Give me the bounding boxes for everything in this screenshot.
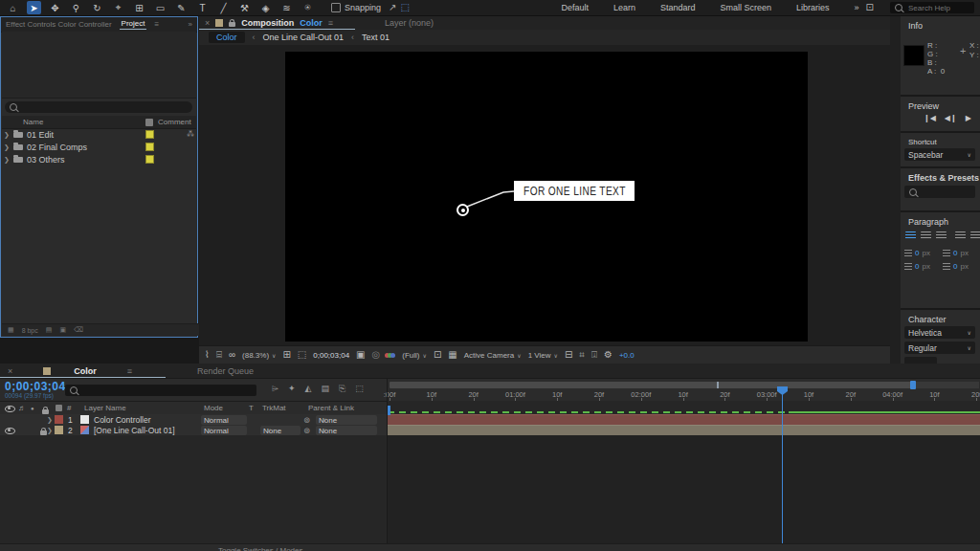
type-tool-icon[interactable]: T xyxy=(195,1,210,14)
snapshot-icon[interactable]: ▣ xyxy=(356,350,365,360)
character-panel-title[interactable]: Character xyxy=(901,310,980,324)
frame-blending-icon[interactable]: ▤ xyxy=(322,384,330,394)
callout-text-box[interactable]: FOR ONE LINE TEXT xyxy=(514,181,635,201)
panel-track-divider[interactable] xyxy=(387,379,388,543)
folder-name[interactable]: 03 Others xyxy=(27,155,65,165)
indent-right-field[interactable]: 0 px xyxy=(943,249,969,257)
project-row-02-final-comps[interactable]: ❯ 02 Final Comps xyxy=(2,141,196,153)
share-view-icon[interactable]: ⊟ xyxy=(565,350,572,360)
effects-presets-title[interactable]: Effects & Presets xyxy=(901,168,980,183)
layer-bar-one-line-call-out[interactable] xyxy=(388,425,980,435)
first-frame-button[interactable]: ❙◀ xyxy=(924,114,936,122)
previous-frame-button[interactable]: ◀❙ xyxy=(945,114,957,122)
tab-timeline-color[interactable]: Color xyxy=(74,366,97,376)
pickwhip-icon[interactable]: ⊚ xyxy=(303,415,310,425)
font-size-dropdown[interactable] xyxy=(904,357,937,364)
workspace-switcher-icon[interactable]: ⊡ xyxy=(866,3,874,12)
label-color-swatch[interactable] xyxy=(145,143,154,151)
composition-panel-menu-icon[interactable]: ≡ xyxy=(328,18,333,28)
solo-column-icon[interactable]: ● xyxy=(31,406,34,411)
toggle-switches-modes-button[interactable]: Toggle Switches / Modes xyxy=(218,546,303,551)
t-column-header[interactable]: T xyxy=(249,404,254,412)
project-row-03-others[interactable]: ❯ 03 Others xyxy=(2,153,196,165)
parent-dropdown[interactable]: None ∨ xyxy=(316,415,377,425)
expander-icon[interactable]: ❯ xyxy=(45,416,55,424)
blend-mode-dropdown[interactable]: Normal ∨ xyxy=(201,426,247,435)
indent-left-field[interactable]: 0 px xyxy=(904,249,930,257)
camera-dropdown[interactable]: Active Camera ∨ xyxy=(464,351,522,360)
project-row-01-edit[interactable]: ❯ 01 Edit ⁂ xyxy=(2,128,196,141)
shortcut-dropdown[interactable]: Spacebar ∨ xyxy=(904,148,975,161)
resolution-dropdown[interactable]: (Full) ∨ xyxy=(402,351,427,360)
justify-right-button[interactable] xyxy=(970,231,980,240)
workspace-overflow-icon[interactable]: » xyxy=(855,3,859,12)
motion-blur-icon[interactable]: ⎘ xyxy=(339,384,345,394)
region-of-interest-icon[interactable]: ⊡ xyxy=(434,350,441,360)
tab-project[interactable]: Project xyxy=(122,19,145,30)
expander-icon[interactable]: ❯ xyxy=(2,143,11,151)
draft-3d-icon[interactable]: ✦ xyxy=(288,384,296,394)
channels-icon[interactable] xyxy=(387,351,395,360)
breadcrumb-text-01[interactable]: Text 01 xyxy=(362,33,390,42)
roto-brush-tool-icon[interactable]: ≋ xyxy=(279,1,294,14)
viewer-timecode[interactable]: 0;00;03;04 xyxy=(313,351,349,360)
parent-dropdown[interactable]: None ∨ xyxy=(316,426,377,435)
mask-visibility-icon[interactable]: ⬚ xyxy=(298,350,306,360)
video-column-icon[interactable] xyxy=(5,406,15,412)
view-layout-dropdown[interactable]: 1 View ∨ xyxy=(528,351,558,360)
close-icon[interactable]: × xyxy=(8,366,12,376)
layer-label-swatch[interactable] xyxy=(55,426,63,434)
snapping-checkbox[interactable] xyxy=(331,3,341,12)
snap-features-icon[interactable]: ⬚ xyxy=(400,3,409,12)
workspace-libraries[interactable]: Libraries xyxy=(796,3,830,12)
interpret-footage-icon[interactable]: ▦ xyxy=(8,326,14,334)
selection-tool-icon[interactable]: ➤ xyxy=(27,1,41,14)
new-folder-icon[interactable]: ▤ xyxy=(46,326,53,334)
workspace-learn[interactable]: Learn xyxy=(613,3,635,12)
timeline-button-icon[interactable]: ⍗ xyxy=(591,350,597,360)
color-depth-label[interactable]: 8 bpc xyxy=(22,327,38,334)
new-comp-icon[interactable]: ▣ xyxy=(59,326,66,334)
number-column-header[interactable]: # xyxy=(67,404,71,412)
hide-shy-layers-icon[interactable]: ◭ xyxy=(305,384,312,394)
folder-name[interactable]: 02 Final Comps xyxy=(27,143,87,152)
column-name[interactable]: Name xyxy=(23,118,43,126)
trkmat-column-header[interactable]: TrkMat xyxy=(262,404,286,412)
layer-row-one-line-call-out[interactable]: ❯ 2 [One Line Call-Out 01] Normal ∨ None… xyxy=(0,425,387,436)
puppet-pin-tool-icon[interactable]: ⍟ xyxy=(301,1,315,14)
layer-name[interactable]: [One Line Call-Out 01] xyxy=(94,426,175,435)
align-left-button[interactable] xyxy=(905,231,916,240)
preview-panel-title[interactable]: Preview xyxy=(901,97,980,111)
track-area[interactable] xyxy=(388,435,980,543)
pixel-aspect-icon[interactable]: ⌗ xyxy=(579,350,585,360)
composition-canvas[interactable]: FOR ONE LINE TEXT xyxy=(285,52,808,342)
lock-icon[interactable] xyxy=(229,22,235,27)
home-icon[interactable]: ⌂ xyxy=(6,1,20,14)
project-panel-overflow-icon[interactable]: » xyxy=(189,20,192,29)
trash-icon[interactable]: ⌫ xyxy=(74,326,83,334)
column-comment[interactable]: Comment xyxy=(158,118,191,126)
tab-composition-name[interactable]: Color xyxy=(300,18,323,28)
brush-tool-icon[interactable]: ╱ xyxy=(216,1,231,14)
pickwhip-icon[interactable]: ⊚ xyxy=(303,426,310,435)
layer-name[interactable]: Color Controller xyxy=(94,415,151,425)
play-button[interactable]: ▶ xyxy=(966,114,971,122)
rectangle-tool-icon[interactable]: ▭ xyxy=(153,1,167,14)
monitor-icon[interactable]: ⌸ xyxy=(216,350,222,360)
font-family-dropdown[interactable]: Helvetica ∨ xyxy=(904,326,975,339)
close-icon[interactable]: × xyxy=(205,18,210,28)
tab-render-queue[interactable]: Render Queue xyxy=(197,366,254,376)
first-line-indent-field[interactable]: 0 px xyxy=(904,262,930,271)
project-search-input[interactable] xyxy=(21,99,178,116)
effects-search-input[interactable] xyxy=(917,184,969,200)
timeline-search-input[interactable] xyxy=(81,383,248,399)
transparency-grid-icon[interactable]: ▦ xyxy=(448,350,457,360)
workspace-small-screen[interactable]: Small Screen xyxy=(721,3,772,12)
expander-icon[interactable]: ❯ xyxy=(2,156,11,164)
audio-column-icon[interactable]: ♬ xyxy=(18,404,26,412)
align-center-button[interactable] xyxy=(921,231,931,240)
safe-margins-icon[interactable]: ⊞ xyxy=(282,350,290,360)
folder-name[interactable]: 01 Edit xyxy=(27,130,54,140)
label-color-swatch[interactable] xyxy=(145,155,154,164)
paragraph-panel-title[interactable]: Paragraph xyxy=(901,212,980,227)
